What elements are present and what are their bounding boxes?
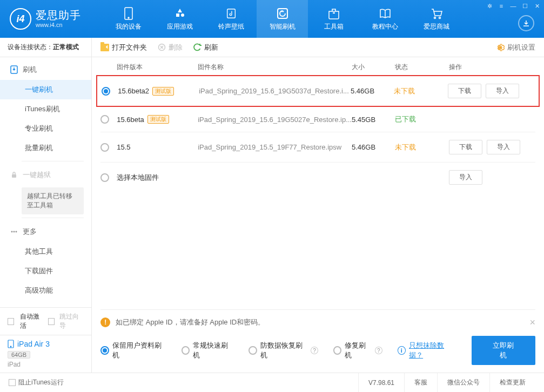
skin-icon[interactable]: ✲ — [486, 2, 493, 10]
more-icon — [10, 227, 18, 236]
sidebar-flash-head[interactable]: 刷机 — [0, 59, 91, 80]
radio-icon — [182, 346, 190, 355]
main-nav: 我的设备 应用游戏 铃声壁纸 智能刷机 工具箱 教程中心 爱思商城 — [103, 0, 462, 38]
close-icon[interactable]: ✕ — [533, 2, 541, 10]
erase-link[interactable]: 只想抹除数据？ — [409, 341, 456, 360]
import-button[interactable]: 导入 — [449, 170, 482, 185]
col-size: 大小 — [352, 63, 395, 72]
opt-anti-recovery[interactable]: 防数据恢复刷机 ? — [249, 341, 318, 360]
sidebar-itunes-flash[interactable]: iTunes刷机 — [0, 99, 91, 119]
wechat-button[interactable]: 微信公众号 — [437, 373, 489, 392]
sidebar-oneclick-flash[interactable]: 一键刷机 — [0, 80, 91, 99]
firmware-size: 5.46GB — [351, 87, 394, 95]
close-notice-button[interactable]: × — [529, 317, 535, 328]
firmware-row[interactable]: 选择本地固件 导入 — [92, 163, 544, 192]
minimize-icon[interactable]: — — [509, 2, 517, 10]
firmware-version: 15.5 — [117, 143, 198, 151]
radio-icon[interactable] — [100, 115, 109, 124]
sidebar: 设备连接状态： 正常模式 刷机 一键刷机 iTunes刷机 专业刷机 批量刷机 … — [0, 38, 92, 373]
sidebar-batch-flash[interactable]: 批量刷机 — [0, 138, 91, 158]
firmware-status: 未下载 — [394, 86, 448, 96]
firmware-actions: 下载导入 — [448, 84, 534, 98]
warning-icon: ! — [100, 317, 110, 327]
firmware-actions: 下载导入 — [449, 140, 535, 154]
appleid-notice: ! 如已绑定 Apple ID，请准备好 Apple ID和密码。 × — [100, 309, 535, 332]
download-button[interactable]: 下载 — [448, 84, 481, 98]
svg-point-11 — [16, 231, 17, 233]
maximize-icon[interactable]: ☐ — [521, 2, 529, 10]
nav-ringtones[interactable]: 铃声壁纸 — [205, 0, 257, 38]
sidebar-other-tools[interactable]: 其他工具 — [0, 242, 91, 261]
firmware-row[interactable]: 15.6beta2测试版 iPad_Spring_2019_15.6_19G50… — [96, 75, 540, 107]
firmware-row[interactable]: 15.6beta测试版 iPad_Spring_2019_15.6_19G502… — [92, 107, 544, 132]
flash-small-icon — [10, 65, 18, 74]
nav-flash[interactable]: 智能刷机 — [257, 0, 308, 38]
radio-icon[interactable] — [100, 143, 109, 152]
import-button[interactable]: 导入 — [486, 84, 519, 98]
window-controls: ✲ ≡ — ☐ ✕ — [486, 2, 541, 10]
check-update-button[interactable]: 检查更新 — [489, 373, 535, 392]
device-model: iPad — [8, 361, 84, 368]
app-subtitle: www.i4.cn — [36, 22, 81, 29]
help-icon[interactable]: ? — [375, 347, 382, 354]
sidebar-advanced[interactable]: 高级功能 — [0, 281, 91, 300]
auto-activate-checkbox[interactable] — [8, 318, 14, 325]
app-title: 爱思助手 — [36, 9, 81, 22]
app-logo: i4 爱思助手 www.i4.cn — [10, 8, 81, 30]
device-icon — [8, 340, 14, 348]
download-button[interactable]: 下载 — [449, 140, 482, 154]
download-indicator-icon[interactable] — [518, 15, 534, 31]
folder-icon — [100, 44, 109, 51]
connection-status: 设备连接状态： 正常模式 — [0, 38, 91, 57]
flash-icon — [275, 7, 290, 20]
import-button[interactable]: 导入 — [487, 140, 520, 154]
radio-icon[interactable] — [102, 87, 110, 96]
toolbox-icon — [326, 7, 341, 20]
opt-repair[interactable]: 修复刷机 ? — [333, 341, 382, 360]
svg-point-6 — [439, 17, 440, 18]
firmware-name: iPad_Spring_2019_15.6_19G5027e_Restore.i… — [198, 116, 352, 124]
firmware-size: 5.45GB — [352, 116, 395, 124]
firmware-version: 15.6beta测试版 — [117, 115, 198, 124]
opt-keep-data[interactable]: 保留用户资料刷机 — [100, 341, 166, 360]
nav-my-device[interactable]: 我的设备 — [103, 0, 154, 38]
nav-apps[interactable]: 应用游戏 — [154, 0, 205, 38]
jailbreak-note: 越狱工具已转移至工具箱 — [22, 187, 84, 214]
firmware-name: iPad_Spring_2019_15.5_19F77_Restore.ipsw — [198, 143, 352, 151]
skip-guide-checkbox[interactable] — [48, 318, 55, 325]
svg-point-9 — [11, 231, 13, 233]
radio-icon — [333, 346, 341, 355]
flash-now-button[interactable]: 立即刷机 — [472, 336, 535, 365]
svg-rect-3 — [278, 9, 287, 18]
toolbar: 打开文件夹 删除 刷新 刷机设置 — [92, 38, 544, 57]
nav-toolbox[interactable]: 工具箱 — [308, 0, 359, 38]
footer: 阻止iTunes运行 V7.98.61 客服 微信公众号 检查更新 — [0, 373, 544, 392]
sidebar-download-fw[interactable]: 下载固件 — [0, 261, 91, 281]
menu-icon[interactable]: ≡ — [498, 2, 505, 10]
svg-rect-4 — [333, 12, 335, 13]
lock-icon — [10, 171, 18, 179]
block-itunes-checkbox[interactable] — [9, 379, 16, 386]
sidebar-more-head[interactable]: 更多 — [0, 221, 91, 242]
firmware-row[interactable]: 15.5 iPad_Spring_2019_15.5_19F77_Restore… — [92, 132, 544, 162]
sidebar-pro-flash[interactable]: 专业刷机 — [0, 119, 91, 138]
refresh-icon — [193, 43, 202, 51]
nav-tutorials[interactable]: 教程中心 — [359, 0, 411, 38]
customer-service-button[interactable]: 客服 — [404, 373, 437, 392]
logo-icon: i4 — [10, 8, 31, 30]
help-icon[interactable]: ? — [311, 347, 318, 354]
radio-icon[interactable] — [100, 173, 109, 182]
radio-icon — [249, 346, 257, 355]
beta-badge: 测试版 — [147, 115, 169, 124]
refresh-button[interactable]: 刷新 — [193, 43, 218, 52]
svg-point-13 — [10, 346, 11, 347]
gear-icon — [496, 43, 505, 52]
opt-quick[interactable]: 常规快速刷机 — [182, 341, 234, 360]
phone-icon — [121, 7, 136, 20]
open-folder-button[interactable]: 打开文件夹 — [100, 43, 147, 52]
svg-rect-8 — [12, 174, 16, 178]
nav-store[interactable]: 爱思商城 — [411, 0, 462, 38]
flash-settings-button[interactable]: 刷机设置 — [496, 43, 535, 52]
delete-button[interactable]: 删除 — [158, 43, 183, 52]
info-icon: i — [398, 346, 406, 355]
